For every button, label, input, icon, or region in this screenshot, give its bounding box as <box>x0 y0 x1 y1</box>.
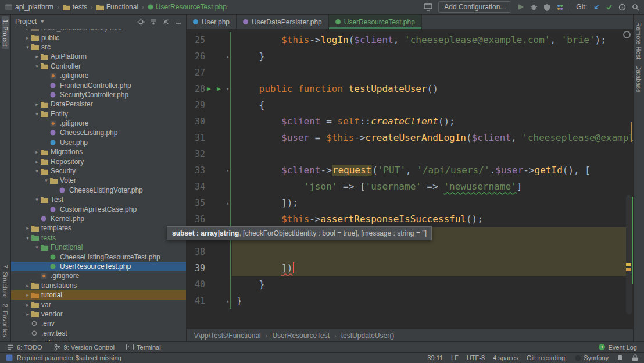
expand-arrow-icon[interactable]: ▾ <box>42 177 50 183</box>
tree-item-node_modules library root[interactable]: ▸node_modules library root <box>11 29 186 33</box>
expand-arrow-icon[interactable]: ▾ <box>24 44 31 50</box>
expand-arrow-icon[interactable]: ▸ <box>24 292 31 298</box>
tree-item-.gitignore[interactable]: .gitignore <box>11 271 186 280</box>
line-number[interactable]: 40 <box>187 276 205 293</box>
expand-arrow-icon[interactable]: ▸ <box>24 225 31 231</box>
fold-icon[interactable]: ▴ <box>226 293 229 309</box>
expand-arrow-icon[interactable]: ▸ <box>24 29 31 31</box>
tool-stripe-button-7: Structure[interactable]: 7: Structure <box>2 262 9 301</box>
expand-arrow-icon[interactable]: ▸ <box>24 35 31 41</box>
inspections-widget-icon[interactable] <box>623 31 631 38</box>
editor-breadcrumb-item[interactable]: UserResourceTest <box>272 332 330 340</box>
debug-icon[interactable] <box>530 3 538 11</box>
update-project-icon[interactable] <box>593 3 600 10</box>
expand-arrow-icon[interactable]: ▸ <box>24 311 31 317</box>
tree-item-Repository[interactable]: ▸Repository <box>11 156 186 166</box>
warning-stripe-mark[interactable] <box>626 263 631 266</box>
indent-selector[interactable]: 4 spaces <box>493 354 518 361</box>
tree-item-UserResourceTest.php[interactable]: UserResourceTest.php <box>11 262 186 271</box>
line-ending-selector[interactable]: LF <box>451 354 459 361</box>
code-line-29[interactable]: 29 { <box>187 97 633 113</box>
encoding-selector[interactable]: UTF-8 <box>467 354 485 361</box>
breadcrumb-item-Functional[interactable]: Functional <box>96 3 138 11</box>
expand-arrow-icon[interactable]: ▾ <box>33 168 41 174</box>
breadcrumb-item-tests[interactable]: tests <box>63 3 87 11</box>
tool-window-button-6: TODO[interactable]: 6: TODO <box>7 344 42 351</box>
editor-tab-User.php[interactable]: User.php <box>187 15 237 29</box>
fold-icon[interactable]: ▴ <box>226 195 229 211</box>
commit-icon[interactable] <box>606 3 613 10</box>
git-branch-widget[interactable]: Git: recording: <box>527 354 567 361</box>
expand-arrow-icon[interactable]: ▸ <box>24 302 31 308</box>
tree-item-vendor[interactable]: ▸vendor <box>11 309 186 319</box>
line-number[interactable]: 25 <box>187 32 205 48</box>
line-number[interactable]: 31 <box>187 130 205 146</box>
expand-arrow-icon[interactable]: ▸ <box>33 54 41 59</box>
tree-item-translations[interactable]: ▸translations <box>11 281 186 290</box>
tree-item-Voter[interactable]: ▾Voter <box>11 176 186 185</box>
line-number[interactable]: 38 <box>187 244 205 260</box>
tree-item-SecurityController.php[interactable]: SecurityController.php <box>11 90 186 99</box>
code-line-33[interactable]: 33▾ $client->request('PUT', '/api/users/… <box>187 162 633 179</box>
code-line-26[interactable]: 26▴ } <box>187 48 633 65</box>
tree-item-CheeseListing.php[interactable]: CheeseListing.php <box>11 128 186 137</box>
editor-breadcrumb-item[interactable]: \App\Tests\Functional <box>194 332 261 340</box>
tree-item-src[interactable]: ▾src <box>11 42 186 52</box>
monitor-icon[interactable] <box>424 3 432 11</box>
code-line-31[interactable]: 31 $user = $this->createUserAndLogIn($cl… <box>187 130 633 146</box>
tree-item-Entity[interactable]: ▾Entity <box>11 109 186 119</box>
line-number[interactable]: 36 <box>187 211 205 227</box>
code-line-25[interactable]: 25 $this->logIn($client, 'cheeseplease@e… <box>187 32 633 48</box>
lock-icon[interactable] <box>632 354 638 361</box>
chevron-down-icon[interactable]: ▼ <box>40 19 45 24</box>
tree-item-User.php[interactable]: User.php <box>11 138 186 147</box>
code-line-41[interactable]: 41▴} <box>187 293 633 309</box>
tree-item-FrontendController.php[interactable]: FrontendController.php <box>11 80 186 90</box>
line-number[interactable]: 34 <box>187 179 205 195</box>
tree-item-CustomApiTestCase.php[interactable]: CustomApiTestCase.php <box>11 204 186 213</box>
expand-arrow-icon[interactable]: ▾ <box>33 197 41 202</box>
profiler-icon[interactable] <box>556 3 564 11</box>
symfony-widget[interactable]: Symfony <box>575 354 609 361</box>
run-test-icon[interactable]: ▶ <box>217 81 221 97</box>
tree-item-Controller[interactable]: ▾Controller <box>11 62 186 71</box>
tree-item-Migrations[interactable]: ▸Migrations <box>11 147 186 156</box>
tree-item-CheeseListingResourceTest.php[interactable]: CheeseListingResourceTest.php <box>11 252 186 261</box>
locate-file-icon[interactable] <box>137 18 145 26</box>
tree-item-.env.test[interactable]: .env.test <box>11 329 186 338</box>
code-line-27[interactable]: 27 <box>187 65 633 81</box>
editor-breadcrumb-item[interactable]: testUpdateUser() <box>341 332 394 340</box>
warning-stripe-mark[interactable] <box>631 122 632 142</box>
expand-arrow-icon[interactable]: ▸ <box>33 101 41 107</box>
line-number[interactable]: 39 <box>187 260 205 276</box>
tree-item-templates[interactable]: ▸templates <box>11 223 186 233</box>
line-number[interactable]: 35 <box>187 195 205 211</box>
tree-item-.gitignore[interactable]: .gitignore <box>11 119 186 128</box>
code-line-34[interactable]: 34 'json' => ['username' => 'newusername… <box>187 179 633 195</box>
hint-icon[interactable] <box>6 354 13 361</box>
expand-arrow-icon[interactable]: ▸ <box>33 159 41 165</box>
code-line-35[interactable]: 35▴ ]); <box>187 195 633 211</box>
tree-item-Functional[interactable]: ▾Functional <box>11 243 186 252</box>
code-line-30[interactable]: 30 $client = self::createClient(); <box>187 113 633 130</box>
bell-icon[interactable] <box>617 354 624 361</box>
line-number[interactable]: 29 <box>187 97 205 113</box>
tool-stripe-button-Database[interactable]: Database <box>635 62 642 95</box>
run-icon[interactable] <box>517 3 524 10</box>
tree-item-public[interactable]: ▸public <box>11 33 186 42</box>
line-number[interactable]: 28 <box>187 81 205 97</box>
code-line-32[interactable]: 32 <box>187 146 633 162</box>
code-line-40[interactable]: 40 } <box>187 276 633 293</box>
warning-stripe-mark[interactable] <box>626 268 631 271</box>
expand-arrow-icon[interactable]: ▸ <box>24 283 31 289</box>
breadcrumb-item-api_platform[interactable]: api_platform <box>5 3 53 11</box>
project-panel-title[interactable]: Project <box>15 17 37 26</box>
fold-icon[interactable]: ▴ <box>226 48 229 65</box>
code-line-36[interactable]: 36 $this->assertResponseIsSuccessful(); <box>187 211 633 227</box>
hide-panel-icon[interactable] <box>175 18 182 25</box>
search-icon[interactable] <box>632 3 639 11</box>
fold-icon[interactable]: ▾ <box>226 162 229 179</box>
fold-icon[interactable]: ▾ <box>226 81 229 97</box>
tool-stripe-button-1: Project[interactable]: 1: Project <box>2 16 9 49</box>
tree-item-tutorial[interactable]: ▸tutorial <box>11 290 186 300</box>
